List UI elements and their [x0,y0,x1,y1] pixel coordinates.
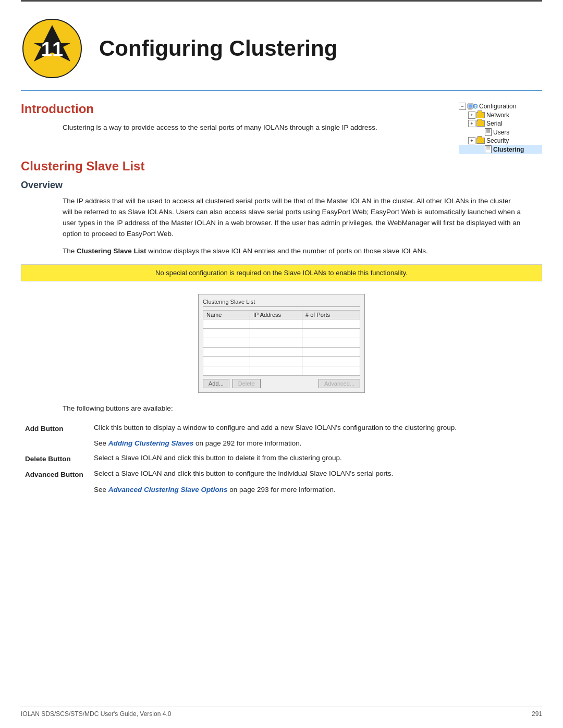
warning-text: No special configuration is required on … [155,269,408,277]
add-button[interactable]: Add... [203,379,229,388]
add-button-empty [21,436,89,451]
folder-icon-serial [476,120,485,127]
tree-label-users: Users [493,129,509,136]
tree-label-serial: Serial [486,120,503,127]
tree-expander-configuration[interactable]: − [459,103,466,110]
tree-label-network: Network [486,112,509,119]
tree-expander-security[interactable]: + [468,137,475,144]
svg-rect-4 [469,108,471,109]
tree-item-serial[interactable]: + Serial [459,119,542,128]
chapter-title: Configuring Clustering [99,36,337,61]
page-icon-users [485,128,492,136]
add-button-desc1: Click this button to display a window to… [89,421,542,436]
tree-item-configuration[interactable]: − Configuration [459,102,542,111]
folder-icon-network [476,112,485,118]
table-row-empty-3 [203,338,360,347]
footer-right: 291 [532,710,542,718]
advanced-button-empty [21,483,89,497]
table-row-empty-6 [203,366,360,375]
tree-expander-network[interactable]: + [468,112,475,119]
intro-container: Introduction Clustering is a way to prov… [21,102,542,154]
folder-icon-security [476,138,485,144]
advanced-clustering-slave-options-link[interactable]: Advanced Clustering Slave Options [108,486,228,493]
table-row-empty-5 [203,356,360,366]
widget-buttons: Add... Delete Advanced... [203,379,360,388]
tree-widget: − Configuration + Network [459,102,542,154]
tree-label-configuration: Configuration [479,103,516,110]
advanced-button-label: Advanced Button [21,466,89,482]
table-row-empty-4 [203,347,360,356]
btn-desc-table: Add Button Click this button to display … [21,421,542,497]
table-row-empty-1 [203,319,360,328]
tree-item-users[interactable]: Users [459,128,542,137]
introduction-heading: Introduction [21,102,448,116]
footer: IOLAN SDS/SCS/STS/MDC User's Guide, Vers… [21,707,542,718]
tree-label-security: Security [486,137,509,144]
adding-clustering-slaves-link[interactable]: Adding Clustering Slaves [108,439,194,447]
slave-list-table: Name IP Address # of Ports [203,310,360,376]
tree-item-network[interactable]: + Network [459,111,542,119]
row-add-button-see: See Adding Clustering Slaves on page 292… [21,436,542,451]
main-content: Introduction Clustering is a way to prov… [0,102,563,497]
row-add-button: Add Button Click this button to display … [21,421,542,436]
advanced-button-desc2: See Advanced Clustering Slave Options on… [89,483,542,497]
header-section: 11 Configuring Clustering [0,2,563,90]
row-advanced-button-see: See Advanced Clustering Slave Options on… [21,483,542,497]
col-name: Name [203,310,250,319]
widget-title: Clustering Slave List [203,299,360,307]
introduction-body: Clustering is a way to provide access to… [63,122,427,133]
bold-clustering-slave-list: Clustering Slave List [77,247,146,255]
overview-p2: The Clustering Slave List window display… [63,246,521,257]
delete-button-label: Delete Button [21,451,89,466]
page-icon-clustering [485,145,492,153]
delete-button[interactable]: Delete [232,379,261,388]
svg-rect-3 [469,105,472,108]
intro-text-block: Introduction Clustering is a way to prov… [21,102,448,140]
overview-p2-rest: window displays the slave IOLAN entries … [148,247,428,255]
clustering-slave-list-heading: Clustering Slave List [21,159,542,174]
row-advanced-button: Advanced Button Select a Slave IOLAN and… [21,466,542,482]
footer-left: IOLAN SDS/SCS/STS/MDC User's Guide, Vers… [21,710,171,718]
advanced-button[interactable]: Advanced... [319,379,360,388]
col-ip: IP Address [250,310,302,319]
svg-rect-5 [468,109,472,110]
table-row-empty-2 [203,328,360,338]
header-rule [21,90,542,91]
col-ports: # of Ports [302,310,360,319]
delete-button-desc1: Select a Slave IOLAN and click this butt… [89,451,542,466]
overview-p1: The IP address that will be used to acce… [63,196,521,240]
chapter-badge: 11 [21,17,83,80]
warning-banner: No special configuration is required on … [21,264,542,281]
row-delete-button: Delete Button Select a Slave IOLAN and c… [21,451,542,466]
following-text: The following buttons are available: [63,403,521,414]
tree-expander-serial[interactable]: + [468,120,475,127]
overview-heading: Overview [21,180,542,191]
advanced-button-desc1: Select a Slave IOLAN and click this butt… [89,466,542,482]
add-button-label: Add Button [21,421,89,436]
add-button-desc2: See Adding Clustering Slaves on page 292… [89,436,542,451]
tree-label-clustering: Clustering [493,146,524,153]
widget-container: Clustering Slave List Name IP Address # … [21,289,542,398]
tree-item-security[interactable]: + Security [459,137,542,145]
config-icon [467,102,478,110]
svg-text:11: 11 [41,39,63,60]
slave-list-widget: Clustering Slave List Name IP Address # … [198,294,365,393]
tree-item-clustering[interactable]: Clustering [459,145,542,154]
